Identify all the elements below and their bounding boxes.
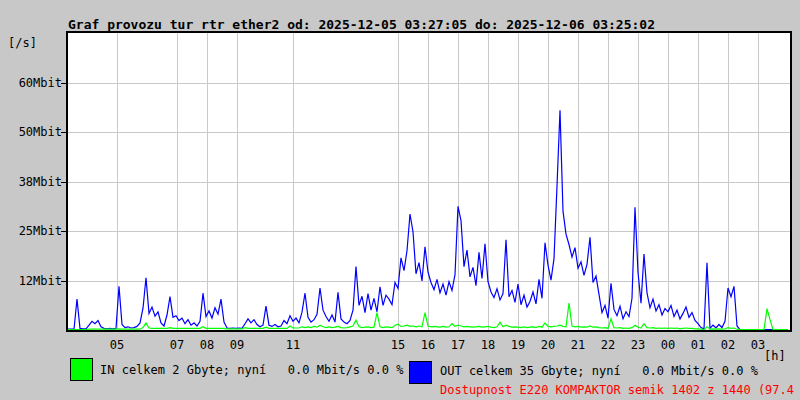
y-tick-mark — [61, 281, 66, 282]
x-tick-label: 05 — [104, 339, 130, 351]
x-tick-label: 19 — [505, 339, 531, 351]
y-tick-label: 38Mbit — [2, 176, 62, 188]
x-tick-label: 01 — [685, 339, 711, 351]
x-tick-label: 09 — [224, 339, 250, 351]
x-tick-label: 18 — [475, 339, 501, 351]
traffic-chart — [66, 31, 792, 332]
x-tick-label: 16 — [415, 339, 441, 351]
in-legend-label: IN celkem 2 Gbyte; nyní 0.0 Mbit/s 0.0 % — [100, 363, 403, 377]
y-tick-label: 25Mbit — [2, 225, 62, 237]
x-tick-label: 17 — [445, 339, 471, 351]
traffic-graph-page: Graf provozu tur_rtr_ether2 od: 2025-12-… — [0, 0, 800, 400]
x-tick-label: 11 — [280, 339, 306, 351]
y-tick-label: 12Mbit — [2, 275, 62, 287]
in-legend-swatch — [70, 358, 93, 381]
out-legend-label: OUT celkem 35 Gbyte; nyní 0.0 Mbit/s 0.0… — [440, 364, 758, 378]
y-tick-label: 50Mbit — [2, 126, 62, 138]
y-axis-unit-label: [/s] — [8, 36, 37, 50]
x-tick-label: 23 — [625, 339, 651, 351]
x-tick-label: 21 — [565, 339, 591, 351]
y-tick-mark — [61, 132, 66, 133]
x-axis-unit-label: [h] — [764, 349, 786, 363]
x-tick-label: 20 — [535, 339, 561, 351]
availability-status-text: Dostupnost E220 KOMPAKTOR semik 1402 z 1… — [440, 383, 800, 397]
x-tick-label: 15 — [385, 339, 411, 351]
x-tick-label: 22 — [595, 339, 621, 351]
x-tick-label: 02 — [715, 339, 741, 351]
x-tick-label: 07 — [164, 339, 190, 351]
x-tick-label: 00 — [655, 339, 681, 351]
y-tick-label: 60Mbit — [2, 77, 62, 89]
graph-title: Graf provozu tur_rtr_ether2 od: 2025-12-… — [68, 17, 655, 32]
y-tick-mark — [61, 182, 66, 183]
out-legend-swatch — [409, 361, 432, 384]
x-tick-label: 08 — [194, 339, 220, 351]
y-tick-mark — [61, 83, 66, 84]
chart-plot-area — [68, 33, 790, 330]
y-tick-mark — [61, 231, 66, 232]
